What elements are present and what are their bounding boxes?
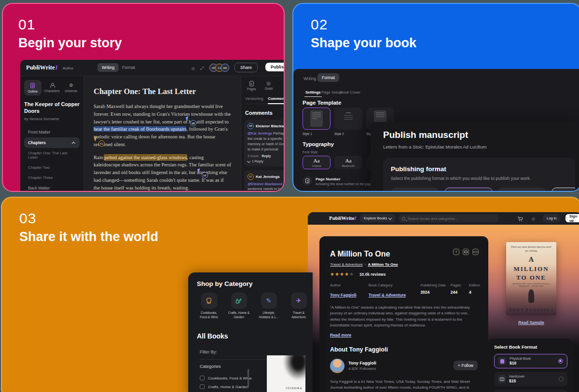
publish-button[interactable]: Publish [265, 63, 285, 71]
format-option-physical[interactable]: Physical Book$10 [494, 354, 567, 368]
format-option-ebook[interactable]: E-Book$8 [494, 390, 567, 392]
cart-icon[interactable] [517, 215, 523, 224]
subtab-settings[interactable]: Settings [305, 90, 321, 95]
category-link[interactable]: Travel & Adventure [369, 293, 406, 297]
sidebar-tab-characters[interactable]: Characters [43, 80, 61, 95]
expand-icon[interactable]: ⤢ [200, 66, 204, 71]
search-input[interactable] [408, 216, 496, 221]
collab-cursor-af: AF [198, 169, 208, 178]
categories-accordion[interactable]: Categories [200, 364, 270, 369]
book-cover-art[interactable]: There are some demons that you never see… [506, 242, 556, 315]
template-style-1[interactable] [303, 108, 331, 130]
shop-heading: Shop by Category [197, 280, 304, 287]
tab-format[interactable]: Format [119, 63, 138, 72]
radio-unselected[interactable] [559, 377, 564, 381]
step-card-begin-your-story: 01 Begin your story PubliWriteI Author W… [2, 3, 285, 192]
signup-button[interactable]: Sign up [565, 214, 579, 222]
format-option-ebook[interactable]: E-book [391, 188, 439, 192]
editor-canvas[interactable]: Chapter One: The Last Letter Sarah Maxwe… [84, 76, 241, 192]
tab-writing[interactable]: Writing [97, 63, 119, 72]
reply-button[interactable]: Reply [262, 154, 271, 158]
font-original[interactable]: AaOriginal [303, 156, 331, 169]
checkbox-icon[interactable] [200, 384, 205, 389]
category-lifestyle[interactable]: ✎ Lifestyle, Hobbies & L... [257, 293, 281, 320]
star-icon: ★ [340, 271, 345, 277]
filter-checkbox-cookbooks[interactable]: Cookbooks, Food & Wine [200, 376, 252, 380]
style-2-label: Style 2 [334, 132, 344, 135]
search-bar[interactable] [399, 215, 499, 222]
pages-tool[interactable]: Pages [247, 81, 256, 91]
radio-selected[interactable] [558, 359, 563, 364]
toc-chapter-two[interactable]: Chapter Two [24, 162, 80, 173]
theme-icon[interactable]: ☼ [531, 216, 536, 221]
category-crafts[interactable]: Crafts, Home & Garden [227, 293, 251, 320]
tab-writing[interactable]: Writing [303, 76, 316, 81]
mention-link[interactable]: @Kai Jennings [248, 131, 272, 135]
step-title: Share it with the world [19, 230, 158, 244]
theme-icon[interactable]: ☼ [191, 65, 195, 71]
toc-chapter-one[interactable]: Chapter One: The Last Letter [24, 148, 80, 162]
toc-front-matter[interactable]: Front Matter [24, 127, 80, 137]
author-link[interactable]: Tony Faggioli [330, 293, 357, 297]
publiwrite-logo[interactable]: PubliWriteI [26, 64, 57, 71]
breadcrumb-category-link[interactable]: Travel & Adventure [330, 262, 363, 267]
publiwrite-logo[interactable]: PubliWriteI [329, 215, 357, 221]
filter-checkbox-crafts[interactable]: Crafts, Home & Garden [200, 384, 248, 389]
category-travel[interactable]: ✈ Travel & Adventure [287, 293, 311, 320]
step-title: Shape your book [311, 36, 416, 51]
sidebar-tab-outline[interactable]: Outline [24, 80, 41, 95]
facebook-icon[interactable]: f [453, 249, 459, 255]
toc-chapter-three[interactable]: Chapter Three [24, 173, 80, 183]
category-cookbooks[interactable]: Cookbooks, Food & Wine [197, 293, 221, 320]
replies-toggle[interactable]: 1 Reply [248, 160, 285, 163]
writer-sidebar: Outline Characters ⊕Universe The Keeper … [20, 76, 84, 192]
login-button[interactable]: Log in [543, 214, 560, 222]
comment-card[interactable]: KJKai Jennings @Eleanor Blackwood This s… [244, 170, 285, 192]
subtab-book-cover[interactable]: Book Cover [340, 90, 360, 95]
font-style-label: Font Style [303, 150, 318, 154]
explore-books-dropdown[interactable]: Explore Books [360, 214, 395, 222]
format-option-pdf[interactable]: PDF [551, 188, 575, 192]
breadcrumb-current[interactable]: A Million To One [368, 262, 398, 267]
book-cover-isidora[interactable]: ISIDORA [267, 355, 305, 392]
video-icon[interactable] [463, 249, 469, 255]
tab-format[interactable]: Format [317, 73, 339, 82]
store-navbar: PubliWriteI Explore Books ☼ Log in Sign … [308, 212, 579, 225]
scrollbar[interactable] [248, 369, 249, 387]
comment-card[interactable]: EBEleanor Blackwood @Kai Jennings Perhap… [244, 120, 285, 166]
hardcover-icon [498, 375, 506, 383]
select-book-format-card: Select Book Format Physical Book$10 Hard… [488, 338, 573, 392]
checkbox-icon[interactable] [200, 376, 205, 380]
template-style-2[interactable] [334, 108, 362, 130]
book-meta-row: AuthorTony Faggioli Book CategoryTravel … [330, 283, 478, 298]
modal-subtitle: Letters from a Stoic: Epistulae Morales … [383, 144, 486, 149]
manuscript-author: by Seneca Surname [24, 117, 80, 121]
mention-link[interactable]: @Eleanor Blackwood [248, 182, 282, 186]
toc-back-matter[interactable]: Back Matter [24, 183, 80, 192]
tab-comments[interactable]: Comments [268, 96, 285, 101]
link-icon[interactable]: </> [472, 249, 479, 255]
category-tiles: Cookbooks, Food & Wine Crafts, Home & Ga… [197, 293, 313, 320]
star-icon: ★ [335, 271, 340, 277]
avatar-eb[interactable]: EB [221, 64, 229, 72]
read-more-link[interactable]: Read more [330, 333, 351, 338]
style-1-label: Style 1 [303, 132, 312, 135]
sidebar-tab-universe[interactable]: ⊕Universe [62, 80, 80, 95]
logo-mark-icon: I [55, 64, 58, 71]
toc-chapters[interactable]: Chapters [24, 137, 80, 148]
comment-avatar: KJ [248, 174, 254, 180]
format-option-hardcover[interactable]: Hardcover$15 [494, 372, 567, 386]
goals-tool[interactable]: ◎Goals [264, 81, 273, 91]
tab-versioning[interactable]: Versioning [245, 96, 263, 101]
bookstore-window: PubliWriteI Explore Books ☼ Log in Sign … [308, 212, 579, 392]
format-option-paperback[interactable]: Paperback [498, 188, 546, 192]
cover-silhouette [528, 289, 534, 303]
subtab-page-setup[interactable]: Page Setup [321, 90, 342, 95]
read-sample-link[interactable]: Read Sample [518, 320, 544, 325]
share-button[interactable]: Share [234, 63, 258, 72]
divider [200, 359, 270, 360]
format-option-hardcover[interactable]: Harcover [444, 188, 493, 192]
font-baskerville[interactable]: AaBaskerville [334, 156, 362, 169]
amber-highlight: pelted against the stained-glass windows [104, 155, 187, 160]
follow-button[interactable]: + Follow [454, 361, 478, 370]
